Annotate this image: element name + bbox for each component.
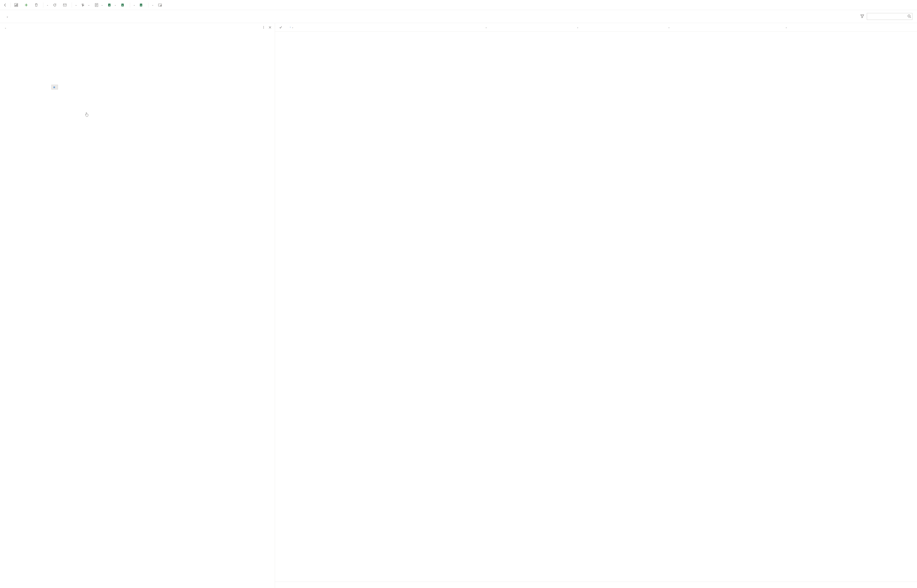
svg-rect-1 — [15, 5, 16, 6]
column-header-contact[interactable]: ⌄ — [665, 26, 782, 29]
chevron-down-icon: ⌄ — [6, 15, 8, 18]
column-header-account-name[interactable]: ↑ ⌄ — [286, 26, 482, 29]
chart-pane-header: ⌄ — [0, 23, 275, 32]
run-report-button[interactable]: ⌄ — [92, 2, 105, 8]
grid-rows — [275, 32, 917, 582]
chevron-down-icon: ⌄ — [668, 26, 670, 29]
chevron-down-icon: ⌄ — [115, 4, 116, 6]
bar-chart[interactable] — [3, 34, 272, 588]
separator — [10, 3, 11, 8]
chart-title-dropdown[interactable]: ⌄ — [3, 26, 6, 29]
separator — [43, 3, 44, 8]
delete-chevron[interactable]: ⌄ — [45, 4, 50, 6]
back-button[interactable] — [2, 2, 9, 8]
report-icon — [95, 3, 98, 7]
column-header-city[interactable]: ⌄ — [573, 26, 665, 29]
refresh-button[interactable] — [51, 2, 60, 8]
import-excel-chevron[interactable]: ⌄ — [150, 4, 155, 6]
delete-button[interactable] — [32, 2, 42, 8]
chevron-down-icon: ⌄ — [485, 26, 487, 29]
grid-header-row: ↑ ⌄ ⌄ ⌄ ⌄ ⌄ — [275, 23, 917, 32]
search-icon — [907, 15, 911, 19]
excel-templates-button[interactable]: X ⌄ — [106, 2, 118, 8]
sort-asc-icon: ↑ — [290, 26, 291, 29]
svg-point-17 — [263, 28, 264, 29]
back-arrow-icon — [3, 3, 7, 7]
view-header: ⌄ — [0, 10, 917, 23]
email-chevron[interactable]: ⌄ — [73, 4, 79, 6]
svg-point-16 — [263, 27, 264, 27]
hide-chart-button[interactable] — [12, 2, 22, 8]
svg-text:X: X — [140, 4, 142, 6]
export-excel-button[interactable]: X — [119, 2, 129, 8]
search-input[interactable] — [867, 13, 912, 20]
column-header-email[interactable]: ⌄ — [782, 26, 917, 29]
chevron-down-icon: ⌄ — [101, 4, 103, 6]
import-excel-button[interactable]: X — [137, 2, 147, 8]
new-button[interactable] — [22, 2, 32, 8]
svg-text:X: X — [109, 4, 110, 6]
chevron-down-icon: ⌄ — [5, 26, 6, 29]
grid-pane: ↑ ⌄ ⌄ ⌄ ⌄ ⌄ — [275, 23, 917, 588]
filter-button[interactable] — [860, 15, 864, 19]
app-root: ⌄ ⌄ ⌄ ⌄ — [0, 0, 917, 588]
chevron-down-icon: ⌄ — [577, 26, 578, 29]
flow-button[interactable]: ⌄ — [79, 2, 92, 8]
chart-icon — [15, 3, 18, 7]
chevron-down-icon: ⌄ — [88, 4, 90, 6]
create-view-icon — [158, 3, 162, 7]
chart-body — [0, 32, 275, 588]
command-bar: ⌄ ⌄ ⌄ ⌄ — [0, 0, 917, 10]
alpha-filter-bar — [275, 582, 917, 588]
separator — [130, 3, 130, 8]
svg-rect-3 — [17, 4, 17, 6]
view-title-dropdown[interactable]: ⌄ — [5, 15, 8, 18]
column-header-main-phone[interactable]: ⌄ — [482, 26, 573, 29]
select-all-column[interactable] — [275, 26, 286, 29]
email-icon — [63, 3, 67, 7]
chart-close-button[interactable] — [268, 26, 271, 30]
svg-point-15 — [263, 26, 264, 26]
excel-export-icon: X — [121, 3, 125, 7]
export-excel-chevron[interactable]: ⌄ — [131, 4, 137, 6]
main-split: ⌄ — [0, 23, 917, 588]
excel-icon: X — [108, 3, 111, 7]
flow-icon — [81, 3, 85, 7]
chart-pane: ⌄ — [0, 23, 275, 588]
email-link-button[interactable] — [61, 2, 70, 8]
svg-point-14 — [908, 15, 910, 17]
search-box — [867, 13, 912, 20]
refresh-icon — [53, 3, 57, 7]
trash-icon — [34, 3, 38, 7]
create-view-button[interactable] — [156, 2, 165, 8]
excel-import-icon: X — [140, 3, 143, 7]
svg-rect-2 — [16, 4, 16, 6]
chevron-down-icon: ⌄ — [785, 26, 787, 29]
chevron-down-icon: ⌄ — [292, 26, 294, 29]
svg-text:X: X — [122, 4, 123, 6]
plus-icon — [24, 3, 28, 7]
chart-more-button[interactable] — [262, 26, 265, 30]
